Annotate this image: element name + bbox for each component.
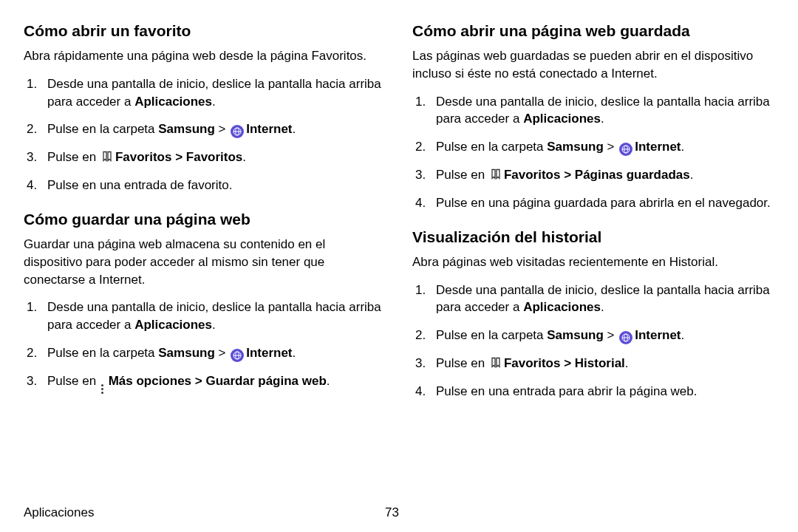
list-item: Pulse en Favoritos > Páginas guardadas. xyxy=(412,166,774,184)
text: > xyxy=(215,122,229,136)
internet-icon xyxy=(619,143,632,156)
text: . xyxy=(212,318,216,332)
bold-text: Internet xyxy=(635,140,681,154)
text: Pulse en la carpeta xyxy=(47,122,158,136)
bold-text: Internet xyxy=(246,346,292,360)
bold-text: Aplicaciones xyxy=(523,112,601,126)
intro-save-page: Guardar una página web almacena su conte… xyxy=(24,236,386,288)
more-options-icon xyxy=(101,384,103,394)
list-item: Pulse en Más opciones > Guardar página w… xyxy=(24,372,386,394)
heading-open-saved: Cómo abrir una página web guardada xyxy=(412,22,774,40)
bold-text: Favoritos xyxy=(504,356,561,370)
bold-text: Favoritos xyxy=(115,150,172,164)
heading-open-bookmark: Cómo abrir un favorito xyxy=(24,22,386,40)
text: . xyxy=(601,300,604,314)
text: Pulse en la carpeta xyxy=(47,346,158,360)
heading-save-page: Cómo guardar una página web xyxy=(24,211,386,228)
intro-open-saved: Las páginas web guardadas se pueden abri… xyxy=(412,47,774,83)
bold-text: Páginas guardadas xyxy=(575,168,690,182)
text: Pulse en xyxy=(436,168,488,182)
bold-text: Más opciones xyxy=(109,374,191,388)
list-item: Pulse en Favoritos > Favoritos. xyxy=(24,149,386,166)
text: . xyxy=(327,374,330,388)
bold-text: > xyxy=(171,150,185,164)
list-item: Desde una pantalla de inicio, deslice la… xyxy=(24,299,386,334)
text: Pulse en xyxy=(436,356,488,370)
bold-text: Guardar página web xyxy=(205,374,326,388)
internet-icon xyxy=(231,125,244,138)
text: > xyxy=(604,140,618,154)
text: . xyxy=(212,95,216,109)
bold-text: Samsung xyxy=(158,122,215,136)
text: Pulse en una página guardada para abrirl… xyxy=(436,196,771,210)
steps-open-saved: Desde una pantalla de inicio, deslice la… xyxy=(412,93,774,212)
text: . xyxy=(625,356,629,370)
right-column: Cómo abrir una página web guardada Las p… xyxy=(412,18,774,494)
bold-text: Samsung xyxy=(547,328,604,342)
text: Pulse en una entrada de favorito. xyxy=(47,178,232,192)
internet-icon xyxy=(231,349,244,362)
page-footer: Aplicaciones 73 xyxy=(24,494,399,520)
bold-text: Aplicaciones xyxy=(134,95,212,109)
list-item: Pulse en la carpeta Samsung > Internet. xyxy=(24,344,386,362)
bold-text: Internet xyxy=(246,122,292,136)
content-columns: Cómo abrir un favorito Abra rápidamente … xyxy=(24,18,774,494)
bold-text: > xyxy=(191,374,205,388)
list-item: Pulse en una entrada de favorito. xyxy=(24,177,386,194)
text: . xyxy=(293,122,296,136)
bold-text: Internet xyxy=(635,328,681,342)
text: > xyxy=(215,346,229,360)
footer-section: Aplicaciones xyxy=(24,505,94,520)
text: Pulse en xyxy=(47,150,100,164)
list-item: Desde una pantalla de inicio, deslice la… xyxy=(412,282,774,317)
bookmark-icon xyxy=(490,168,502,181)
text: Pulse en xyxy=(47,374,100,388)
list-item: Pulse en la carpeta Samsung > Internet. xyxy=(24,120,386,138)
intro-open-bookmark: Abra rápidamente una página web desde la… xyxy=(24,47,386,65)
bold-text: Favoritos xyxy=(186,150,243,164)
bold-text: > xyxy=(560,168,574,182)
bold-text: Samsung xyxy=(547,140,604,154)
left-column: Cómo abrir un favorito Abra rápidamente … xyxy=(24,18,386,494)
text: . xyxy=(242,150,246,164)
text: . xyxy=(681,328,685,342)
list-item: Pulse en una página guardada para abrirl… xyxy=(412,194,774,212)
text: Pulse en la carpeta xyxy=(436,140,547,154)
list-item: Pulse en Favoritos > Historial. xyxy=(412,355,774,372)
bold-text: > xyxy=(560,356,574,370)
heading-history: Visualización del historial xyxy=(412,228,774,246)
bold-text: Samsung xyxy=(158,346,215,360)
text: . xyxy=(293,346,296,360)
list-item: Desde una pantalla de inicio, deslice la… xyxy=(24,75,386,111)
text: . xyxy=(681,140,685,154)
list-item: Desde una pantalla de inicio, deslice la… xyxy=(412,93,774,129)
bold-text: Historial xyxy=(575,356,625,370)
intro-history: Abra páginas web visitadas recientemente… xyxy=(412,253,774,271)
steps-history: Desde una pantalla de inicio, deslice la… xyxy=(412,282,774,400)
steps-open-bookmark: Desde una pantalla de inicio, deslice la… xyxy=(24,75,386,194)
bookmark-icon xyxy=(490,357,502,369)
text: . xyxy=(601,112,604,126)
list-item: Pulse en la carpeta Samsung > Internet. xyxy=(412,138,774,156)
bold-text: Aplicaciones xyxy=(134,318,212,332)
internet-icon xyxy=(619,331,632,344)
list-item: Pulse en la carpeta Samsung > Internet. xyxy=(412,327,774,344)
text: . xyxy=(690,168,694,182)
text: Pulse en la carpeta xyxy=(436,328,547,342)
steps-save-page: Desde una pantalla de inicio, deslice la… xyxy=(24,299,386,394)
footer-page-number: 73 xyxy=(385,505,399,520)
bookmark-icon xyxy=(101,151,114,163)
bold-text: Favoritos xyxy=(504,168,561,182)
bold-text: Aplicaciones xyxy=(523,300,601,314)
text: Pulse en una entrada para abrir la págin… xyxy=(436,384,697,398)
text: > xyxy=(604,328,618,342)
list-item: Pulse en una entrada para abrir la págin… xyxy=(412,383,774,400)
